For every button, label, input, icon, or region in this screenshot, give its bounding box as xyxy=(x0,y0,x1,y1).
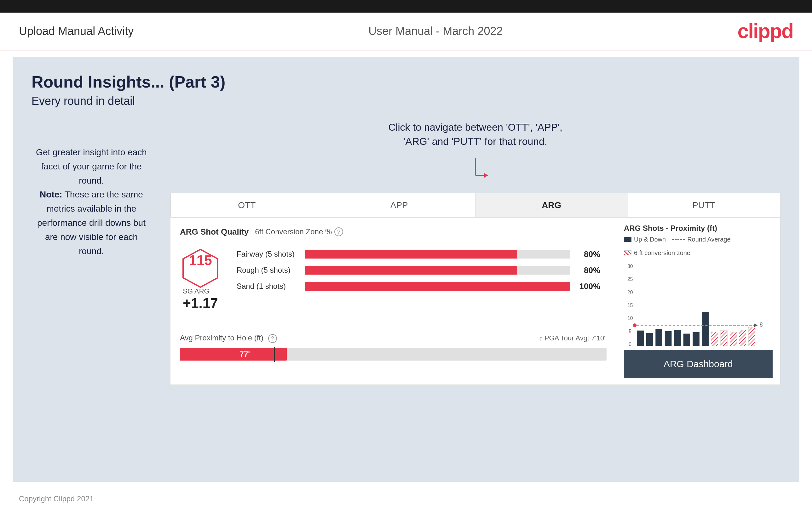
legend-label-6ft: 6 ft conversion zone xyxy=(634,249,691,257)
note-bold: Note: xyxy=(40,189,62,199)
stats-section: ARG Shot Quality 6ft Conversion Zone % ? xyxy=(170,218,616,385)
tab-navigation: OTT APP ARG PUTT xyxy=(170,193,780,218)
svg-text:10: 10 xyxy=(627,316,633,321)
stats-header: ARG Shot Quality 6ft Conversion Zone % ? xyxy=(180,227,607,237)
hatched-bar-3 xyxy=(730,332,737,346)
legend-dashed-line xyxy=(672,239,685,240)
bar-6 xyxy=(683,334,691,346)
hatched-bar-5 xyxy=(748,327,755,346)
legend-6ft: 6 ft conversion zone xyxy=(624,249,691,257)
help-icon[interactable]: ? xyxy=(334,227,343,236)
chart-title: ARG Shots - Proximity (ft) xyxy=(624,224,717,233)
proximity-bar-fill xyxy=(180,348,287,360)
pga-avg: ↑ PGA Tour Avg: 7'10" xyxy=(539,334,607,342)
panel-body: ARG Shot Quality 6ft Conversion Zone % ? xyxy=(170,218,780,385)
svg-text:30: 30 xyxy=(627,264,633,269)
hatched-bar-1 xyxy=(711,332,718,346)
dashed-line-label: 8 xyxy=(760,321,763,328)
right-panel: Click to navigate between 'OTT', 'APP','… xyxy=(170,120,780,385)
bar-5 xyxy=(674,330,681,346)
navigation-arrow xyxy=(460,158,491,186)
sg-value: +1.17 xyxy=(183,295,218,311)
sg-label: SG ARG xyxy=(183,287,218,295)
svg-marker-2 xyxy=(484,173,488,178)
shot-label-rough: Rough (5 shots) xyxy=(237,266,300,275)
proximity-help-icon[interactable]: ? xyxy=(268,334,277,343)
hexagon-container: 115 SG ARG +1.17 xyxy=(180,246,221,311)
main-content: Round Insights... (Part 3) Every round i… xyxy=(13,57,799,482)
content-layout: Get greater insight into each facet of y… xyxy=(32,120,780,385)
page-title: Round Insights... (Part 3) xyxy=(32,72,780,91)
description-text: Get greater insight into each facet of y… xyxy=(32,146,151,258)
bar-8 xyxy=(702,312,709,346)
bar-pct-rough: 80% xyxy=(575,266,600,275)
chart-section: ARG Shots - Proximity (ft) Up & Down Rou… xyxy=(616,218,780,385)
svg-text:25: 25 xyxy=(627,277,633,282)
legend-round-avg: Round Average xyxy=(672,236,731,243)
chart-area: 0 5 10 15 20 25 30 xyxy=(624,262,773,350)
doc-label: User Manual - March 2022 xyxy=(368,24,503,38)
tab-putt[interactable]: PUTT xyxy=(628,193,780,217)
chart-svg: 0 5 10 15 20 25 30 xyxy=(624,262,773,350)
dashboard-panel: OTT APP ARG PUTT ARG Shot Quality 6ft Co… xyxy=(170,193,780,385)
proximity-section: Avg Proximity to Hole (ft) ? ↑ PGA Tour … xyxy=(180,327,607,361)
nav-hint-wrapper: Click to navigate between 'OTT', 'APP','… xyxy=(170,120,780,186)
dashed-line-dot-left xyxy=(633,323,637,327)
svg-text:0: 0 xyxy=(628,341,631,347)
arrow-container xyxy=(170,158,780,186)
proximity-label: Avg Proximity to Hole (ft) ? xyxy=(180,334,277,343)
hexagon-score: 115 xyxy=(189,252,212,268)
sg-section: SG ARG +1.17 xyxy=(183,287,218,311)
shot-row-fairway: Fairway (5 shots) 80% xyxy=(237,249,600,259)
bar-4 xyxy=(665,331,672,346)
proximity-header: Avg Proximity to Hole (ft) ? ↑ PGA Tour … xyxy=(180,334,607,343)
proximity-bar: 77' xyxy=(180,348,607,360)
chart-header: ARG Shots - Proximity (ft) Up & Down Rou… xyxy=(624,224,773,257)
bar-fill-rough xyxy=(305,266,517,275)
conversion-text: 6ft Conversion Zone % xyxy=(255,227,332,236)
upload-label: Upload Manual Activity xyxy=(19,24,134,38)
dashboard-button[interactable]: ARG Dashboard xyxy=(624,350,773,378)
shot-quality-section: Fairway (5 shots) 80% Rough (5 shots) xyxy=(230,246,607,301)
bar-7 xyxy=(693,332,700,346)
legend-label-round-avg: Round Average xyxy=(687,236,731,243)
shot-row-sand: Sand (1 shots) 100% xyxy=(237,282,600,291)
page-subtitle: Every round in detail xyxy=(32,95,780,108)
bar-1 xyxy=(637,330,644,346)
hatched-bar-4 xyxy=(739,330,746,346)
copyright: Copyright Clippd 2021 xyxy=(19,494,94,503)
svg-text:20: 20 xyxy=(627,289,633,295)
description-main: Get greater insight into each facet of y… xyxy=(36,148,147,256)
shot-row-rough: Rough (5 shots) 80% xyxy=(237,266,600,275)
bar-pct-fairway: 80% xyxy=(575,249,600,259)
bar-pct-sand: 100% xyxy=(575,282,600,291)
bar-fairway xyxy=(305,250,570,259)
description-rest: These are the same metrics available in … xyxy=(37,189,146,256)
shot-quality-label: ARG Shot Quality xyxy=(180,227,249,237)
top-bar xyxy=(0,0,812,13)
legend-up-down: Up & Down xyxy=(624,236,666,243)
tab-app[interactable]: APP xyxy=(323,193,476,217)
bar-rough xyxy=(305,266,570,275)
legend-box-up-down xyxy=(624,237,631,242)
conversion-label: 6ft Conversion Zone % ? xyxy=(255,227,343,236)
header: Upload Manual Activity User Manual - Mar… xyxy=(0,13,812,50)
svg-text:15: 15 xyxy=(627,303,633,308)
bar-fill-sand xyxy=(305,282,570,291)
left-panel: Get greater insight into each facet of y… xyxy=(32,120,151,258)
legend-label-up-down: Up & Down xyxy=(634,236,666,243)
bar-fill-fairway xyxy=(305,250,517,259)
footer: Copyright Clippd 2021 xyxy=(0,488,812,507)
bar-sand xyxy=(305,282,570,291)
shot-label-sand: Sand (1 shots) xyxy=(237,282,300,291)
bar-3 xyxy=(655,329,662,346)
proximity-cursor xyxy=(274,347,275,362)
tab-arg[interactable]: ARG xyxy=(475,193,628,217)
tab-ott[interactable]: OTT xyxy=(171,193,323,217)
legend-hatched-box xyxy=(624,250,631,256)
chart-legend: Up & Down Round Average 6 ft conversion … xyxy=(624,236,773,257)
proximity-value: 77' xyxy=(240,350,250,359)
svg-text:5: 5 xyxy=(628,329,631,334)
bar-2 xyxy=(646,333,653,346)
nav-hint: Click to navigate between 'OTT', 'APP','… xyxy=(170,120,780,149)
